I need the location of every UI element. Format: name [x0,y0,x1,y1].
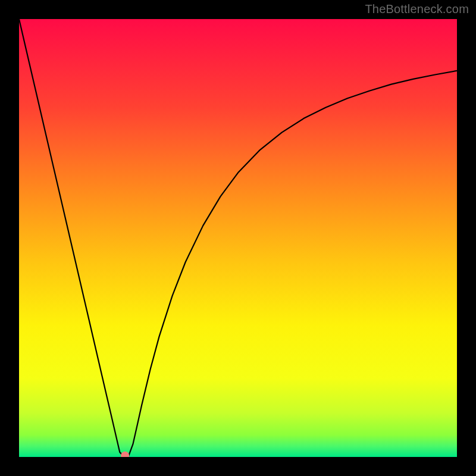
watermark-text: TheBottleneck.com [365,2,469,16]
chart-frame: TheBottleneck.com [0,0,476,476]
bottleneck-curve [19,19,457,457]
optimal-point-marker [121,452,129,457]
curve-layer [19,19,457,457]
plot-area [19,19,457,457]
